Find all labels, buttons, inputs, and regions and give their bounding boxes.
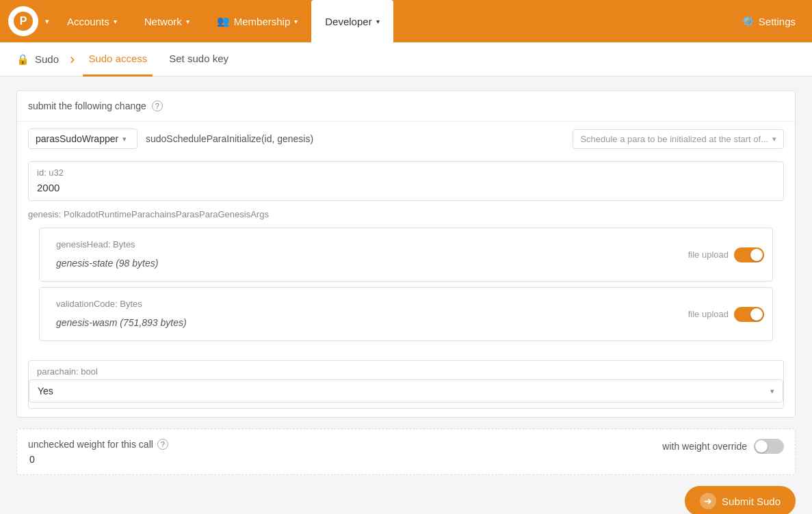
weight-override-label: with weight override bbox=[662, 441, 747, 452]
genesis-head-file-upload-toggle[interactable] bbox=[734, 247, 764, 262]
parachain-label: parachain: bool bbox=[29, 361, 783, 379]
parachain-bool-dropdown[interactable]: Yes ▾ bbox=[29, 379, 783, 403]
tab-set-sudo-key[interactable]: Set sudo key bbox=[163, 42, 234, 77]
breadcrumb-root-label: Sudo bbox=[35, 53, 59, 65]
toggle-track bbox=[734, 247, 764, 262]
nav-item-network[interactable]: Network ▾ bbox=[131, 0, 203, 42]
breadcrumb-bar: 🔒 Sudo › Sudo access Set sudo key bbox=[0, 42, 812, 77]
breadcrumb-tabs: Sudo access Set sudo key bbox=[83, 42, 245, 77]
logo-icon: P bbox=[14, 12, 33, 31]
validation-code-upload-label: file upload bbox=[688, 309, 729, 319]
membership-icon: 👥 bbox=[217, 15, 230, 27]
submit-change-help-icon[interactable]: ? bbox=[152, 100, 163, 111]
nav-accounts-label: Accounts bbox=[67, 16, 109, 27]
accounts-arrow-icon: ▾ bbox=[114, 18, 117, 25]
wrapper-arrow-icon: ▾ bbox=[122, 135, 127, 144]
weight-card: unchecked weight for this call ? 0 with … bbox=[16, 429, 796, 475]
weight-override-toggle[interactable] bbox=[754, 439, 784, 454]
weight-left: unchecked weight for this call ? 0 bbox=[28, 439, 168, 465]
weight-label: unchecked weight for this call ? bbox=[28, 439, 168, 450]
function-row: parasSudoWrapper ▾ sudoScheduleParaIniti… bbox=[17, 122, 795, 156]
genesis-head-label: genesisHead: Bytes bbox=[48, 234, 166, 255]
toggle-thumb bbox=[750, 249, 763, 261]
submit-label: Submit Sudo bbox=[722, 496, 781, 507]
genesis-head-value: genesis-state (98 bytes) bbox=[48, 255, 166, 275]
nav-settings[interactable]: ⚙️ Settings bbox=[733, 15, 804, 27]
submit-change-card: submit the following change ? parasSudoW… bbox=[16, 90, 796, 418]
main-content: submit the following change ? parasSudoW… bbox=[0, 77, 812, 514]
weight-value[interactable]: 0 bbox=[28, 454, 168, 465]
id-value[interactable]: 2000 bbox=[29, 179, 783, 200]
genesis-section: genesis: PolkadotRuntimeParachainsParasP… bbox=[17, 201, 795, 355]
nav-network-label: Network bbox=[144, 16, 182, 27]
id-field-section: id: u32 2000 bbox=[28, 161, 784, 201]
developer-arrow-icon: ▾ bbox=[376, 18, 380, 25]
parachain-value: Yes bbox=[38, 385, 53, 396]
weight-right: with weight override bbox=[662, 439, 784, 454]
breadcrumb-divider: › bbox=[70, 51, 75, 68]
toggle-track-2 bbox=[734, 307, 764, 322]
validation-code-label: validationCode: Bytes bbox=[48, 293, 195, 314]
wrapper-value: parasSudoWrapper bbox=[36, 133, 118, 144]
validation-code-file-upload-toggle[interactable] bbox=[734, 307, 764, 322]
function-name-label: sudoScheduleParaInitialize(id, genesis) bbox=[146, 133, 564, 144]
nav-item-membership[interactable]: 👥 Membership ▾ bbox=[203, 0, 312, 42]
toggle-thumb-2 bbox=[750, 308, 763, 321]
nav-developer-label: Developer bbox=[325, 16, 371, 27]
tab-sudo-access[interactable]: Sudo access bbox=[83, 42, 153, 77]
genesis-head-row: genesisHead: Bytes genesis-state (98 byt… bbox=[40, 228, 772, 281]
card-header: submit the following change ? bbox=[17, 91, 795, 122]
membership-arrow-icon: ▾ bbox=[294, 18, 298, 25]
breadcrumb-root: 🔒 Sudo bbox=[16, 53, 70, 66]
weight-label-text: unchecked weight for this call bbox=[28, 439, 153, 450]
validation-code-section: validationCode: Bytes genesis-wasm (751,… bbox=[39, 287, 773, 341]
submit-sudo-button[interactable]: ➜ Submit Sudo bbox=[685, 486, 796, 514]
nav-membership-label: Membership bbox=[234, 16, 291, 27]
logo-button[interactable]: P bbox=[8, 6, 38, 36]
submit-icon: ➜ bbox=[700, 493, 716, 509]
settings-gear-icon: ⚙️ bbox=[742, 15, 755, 27]
validation-code-row: validationCode: Bytes genesis-wasm (751,… bbox=[40, 288, 772, 340]
parachain-section: parachain: bool Yes ▾ bbox=[28, 360, 784, 409]
weight-toggle-track bbox=[754, 439, 784, 454]
weight-help-icon[interactable]: ? bbox=[157, 439, 168, 450]
genesis-head-section: genesisHead: Bytes genesis-state (98 byt… bbox=[39, 228, 773, 282]
validation-code-value: genesis-wasm (751,893 bytes) bbox=[48, 314, 195, 335]
logo-dropdown-arrow[interactable]: ▾ bbox=[45, 17, 49, 26]
top-nav: P ▾ Accounts ▾ Network ▾ 👥 Membership ▾ … bbox=[0, 0, 812, 42]
schedule-desc-text: Schedule a para to be initialized at the… bbox=[580, 134, 768, 144]
submit-change-label: submit the following change bbox=[28, 100, 146, 111]
nav-item-developer[interactable]: Developer ▾ bbox=[311, 0, 393, 42]
id-label: id: u32 bbox=[29, 162, 783, 179]
nav-item-accounts[interactable]: Accounts ▾ bbox=[53, 0, 131, 42]
weight-toggle-thumb bbox=[755, 440, 768, 452]
submit-row: ➜ Submit Sudo bbox=[16, 475, 796, 514]
parachain-arrow-icon: ▾ bbox=[770, 387, 774, 396]
wrapper-dropdown[interactable]: parasSudoWrapper ▾ bbox=[28, 128, 137, 149]
nav-settings-label: Settings bbox=[759, 16, 796, 27]
lock-icon: 🔒 bbox=[16, 53, 29, 66]
schedule-desc-arrow-icon: ▾ bbox=[772, 135, 776, 144]
genesis-label: genesis: PolkadotRuntimeParachainsParasP… bbox=[28, 205, 784, 222]
network-arrow-icon: ▾ bbox=[186, 18, 189, 25]
schedule-desc-dropdown[interactable]: Schedule a para to be initialized at the… bbox=[573, 129, 784, 149]
genesis-head-upload-label: file upload bbox=[688, 249, 729, 260]
